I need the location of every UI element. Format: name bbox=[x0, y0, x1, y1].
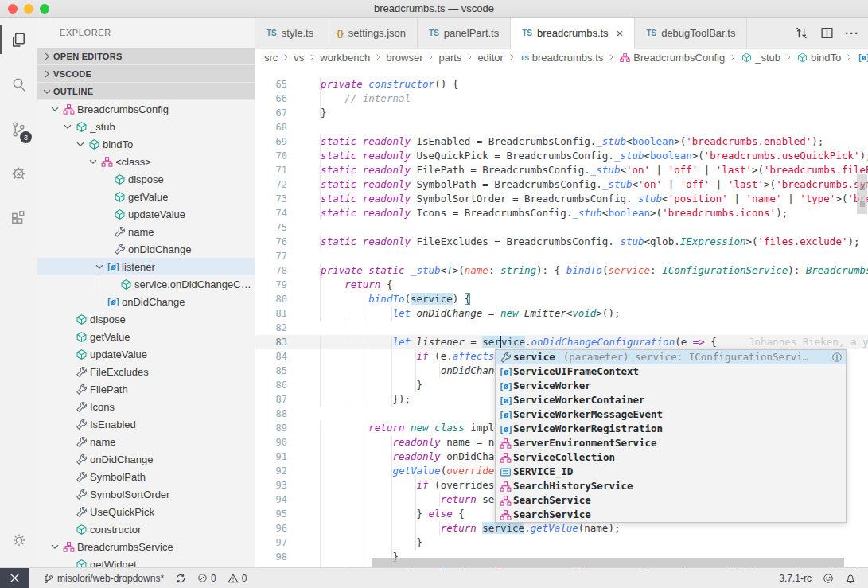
breadcrumb-item-browser[interactable]: browser bbox=[386, 52, 422, 64]
suggest-item-serviceworker[interactable]: [ø]ServiceWorker bbox=[496, 379, 846, 393]
outline-item-updatevalue[interactable]: updateValue bbox=[37, 345, 255, 363]
outline-item-ondidchange[interactable]: onDidChange bbox=[37, 450, 255, 468]
code-line-66[interactable]: 66 // internal bbox=[255, 92, 868, 106]
suggest-item-servicecollection[interactable]: ServiceCollection bbox=[496, 450, 846, 465]
suggest-item-serviceworkercontainer[interactable]: [ø]ServiceWorkerContainer bbox=[496, 393, 846, 407]
breadcrumb-item-breadcrumbs-ts[interactable]: TSbreadcrumbs.ts bbox=[520, 52, 603, 64]
code-line-68[interactable]: 68 bbox=[255, 120, 868, 134]
suggest-item-searchservice[interactable]: SearchService bbox=[496, 493, 846, 508]
outline-item-getvalue[interactable]: getValue bbox=[37, 328, 255, 345]
tab-breadcrumbs-ts[interactable]: TSbreadcrumbs.ts× bbox=[511, 18, 635, 49]
suggest-item-serviceuiframecontext[interactable]: [ø]ServiceUIFrameContext bbox=[496, 364, 846, 379]
activity-item-settings[interactable] bbox=[0, 518, 37, 563]
tab-settings-json[interactable]: {}settings.json bbox=[325, 18, 418, 49]
remote-indicator[interactable] bbox=[0, 568, 29, 588]
outline-item-breadcrumbsservice[interactable]: BreadcrumbsService bbox=[37, 538, 255, 555]
twisty-icon[interactable] bbox=[93, 261, 106, 272]
code-line-96[interactable]: 96 return service.getValue(name); bbox=[255, 521, 868, 535]
outline-item-getwidget[interactable]: getWidget bbox=[37, 555, 255, 567]
code-line-78[interactable]: 78 private static _stub<T>(name: string)… bbox=[255, 263, 868, 278]
code-line-80[interactable]: 80 bindTo(service) { bbox=[255, 292, 868, 306]
outline-item-symbolpath[interactable]: SymbolPath bbox=[37, 468, 255, 485]
info-icon[interactable] bbox=[831, 352, 843, 363]
tab-panelPart-ts[interactable]: TSpanelPart.ts bbox=[418, 18, 511, 49]
status-notifications[interactable] bbox=[839, 568, 862, 588]
code-line-77[interactable]: 77 bbox=[255, 249, 868, 263]
split-editor-button[interactable] bbox=[815, 22, 838, 45]
code-line-65[interactable]: 65 private constructor() { bbox=[255, 77, 868, 92]
status-version[interactable]: 3.7.1-rc bbox=[773, 568, 817, 588]
breadcrumb-item-editor[interactable]: editor bbox=[477, 52, 504, 64]
minimize-window-button[interactable] bbox=[24, 4, 33, 14]
more-actions-button[interactable]: ··· bbox=[841, 22, 863, 45]
outline-item-name[interactable]: name bbox=[37, 433, 255, 450]
outline-item-isenabled[interactable]: IsEnabled bbox=[37, 415, 255, 433]
breadcrumb-item--stub[interactable]: _stub bbox=[741, 52, 780, 64]
activity-item-search[interactable] bbox=[0, 62, 37, 107]
maximize-window-button[interactable] bbox=[40, 4, 49, 14]
breadcrumb-item-breadcrumbsconfig[interactable]: BreadcrumbsConfig bbox=[619, 52, 725, 64]
horizontal-scrollbar[interactable] bbox=[372, 558, 844, 567]
twisty-icon[interactable] bbox=[49, 103, 61, 115]
breadcrumb-item-workbench[interactable]: workbench bbox=[320, 52, 370, 64]
breadcrumb-item-src[interactable]: src bbox=[264, 52, 278, 64]
code-line-97[interactable]: 97 } bbox=[255, 535, 868, 550]
activity-item-source-control[interactable]: 3 bbox=[0, 107, 37, 151]
outline-item-bindto[interactable]: bindTo bbox=[37, 135, 255, 153]
status-feedback[interactable] bbox=[817, 568, 839, 588]
code-line-71[interactable]: 71 static readonly FilePath = Breadcrumb… bbox=[255, 163, 868, 177]
code-line-69[interactable]: 69 static readonly IsEnabled = Breadcrum… bbox=[255, 134, 868, 149]
tab-debugToolBar-ts[interactable]: TSdebugToolBar.ts bbox=[635, 18, 747, 49]
activity-item-extensions[interactable] bbox=[0, 196, 37, 240]
outline-item--class-[interactable]: <class> bbox=[37, 153, 255, 170]
status-errors[interactable]: 0 bbox=[192, 568, 222, 588]
outline-item-listener[interactable]: [ø]listener bbox=[37, 258, 255, 275]
outline-item-fileexcludes[interactable]: FileExcludes bbox=[37, 363, 255, 380]
suggest-item-serverenvironmentservice[interactable]: ServerEnvironmentService bbox=[496, 436, 846, 450]
code-line-81[interactable]: 81 let onDidChange = new Emitter<void>()… bbox=[255, 306, 868, 321]
twisty-icon[interactable] bbox=[87, 156, 99, 167]
code-line-82[interactable]: 82 bbox=[255, 321, 868, 335]
suggest-item-service_id[interactable]: SERVICE_ID bbox=[496, 465, 846, 479]
outline-item-constructor[interactable]: constructor bbox=[37, 520, 255, 538]
code-line-72[interactable]: 72 static readonly SymbolPath = Breadcru… bbox=[255, 177, 868, 192]
outline-item-getvalue[interactable]: getValue bbox=[37, 188, 255, 205]
outline-item-service-ondidchangeco-[interactable]: service.onDidChangeCo... bbox=[37, 275, 255, 293]
section-header-outline[interactable]: OUTLINE bbox=[37, 83, 255, 100]
outline-item-symbolsortorder[interactable]: SymbolSortOrder bbox=[37, 485, 255, 503]
twisty-icon[interactable] bbox=[61, 121, 74, 132]
twisty-icon[interactable] bbox=[74, 138, 87, 150]
outline-item-usequickpick[interactable]: UseQuickPick bbox=[37, 503, 255, 520]
outline-item-dispose[interactable]: dispose bbox=[37, 170, 255, 188]
suggest-item-serviceworkermessageevent[interactable]: [ø]ServiceWorkerMessageEvent bbox=[496, 407, 846, 422]
section-header-vscode[interactable]: VSCODE bbox=[37, 65, 255, 83]
status-sync[interactable] bbox=[169, 568, 192, 588]
outline-item-icons[interactable]: Icons bbox=[37, 398, 255, 415]
code-line-70[interactable]: 70 static readonly UseQuickPick = Breadc… bbox=[255, 149, 868, 163]
suggest-item-serviceworkerregistration[interactable]: [ø]ServiceWorkerRegistration bbox=[496, 422, 846, 436]
status-warnings[interactable]: 0 bbox=[222, 568, 253, 588]
code-line-67[interactable]: 67 } bbox=[255, 106, 868, 120]
code-line-76[interactable]: 76 static readonly FileExcludes = Breadc… bbox=[255, 235, 868, 249]
status-branch[interactable]: misolori/web-dropdowns* bbox=[37, 568, 169, 588]
section-header-open-editors[interactable]: OPEN EDITORS bbox=[37, 48, 255, 65]
code-editor[interactable]: 65 private constructor() {66 // internal… bbox=[255, 66, 868, 567]
open-changes-button[interactable] bbox=[790, 22, 812, 45]
code-line-73[interactable]: 73 static readonly SymbolSortOrder = Bre… bbox=[255, 192, 868, 206]
breadcrumb-item-vs[interactable]: vs bbox=[294, 52, 304, 64]
outline-item--stub[interactable]: _stub bbox=[37, 118, 255, 135]
vertical-scrollbar[interactable] bbox=[857, 174, 867, 214]
outline-item-dispose[interactable]: dispose bbox=[37, 310, 255, 328]
activity-item-explorer[interactable] bbox=[0, 18, 37, 62]
activity-item-debug[interactable] bbox=[0, 151, 37, 196]
breadcrumb-item-listener[interactable]: [ø]listener bbox=[857, 52, 868, 64]
code-line-74[interactable]: 74 static readonly Icons = BreadcrumbsCo… bbox=[255, 206, 868, 220]
outline-item-filepath[interactable]: FilePath bbox=[37, 380, 255, 398]
breadcrumb-item-parts[interactable]: parts bbox=[438, 52, 461, 64]
outline-item-updatevalue[interactable]: updateValue bbox=[37, 205, 255, 223]
tab-style-ts[interactable]: TSstyle.ts bbox=[255, 18, 325, 49]
suggest-item-searchservice[interactable]: SearchService bbox=[496, 508, 846, 522]
outline-item-breadcrumbsconfig[interactable]: BreadcrumbsConfig bbox=[37, 100, 255, 118]
code-line-79[interactable]: 79 return { bbox=[255, 278, 868, 292]
breadcrumb-item-bindto[interactable]: bindTo bbox=[796, 52, 841, 64]
